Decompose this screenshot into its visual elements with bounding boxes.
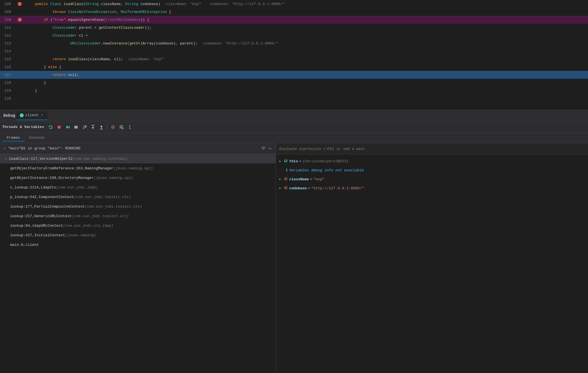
frame-item-1[interactable]: getObjectFactoryFromReference:163, Namin…	[0, 163, 276, 173]
frame-method-5: lookup:177,	[10, 205, 34, 209]
frame-item-9[interactable]: main:6, client	[0, 240, 276, 250]
code-line-118: 118 }	[0, 79, 588, 87]
expand-classname-icon[interactable]: ▶	[279, 177, 284, 181]
frame-package-3: (com.sun.jndi.ldap)	[56, 185, 98, 190]
tab-console[interactable]: Console	[24, 134, 49, 141]
frame-method-2: getObjectInstance:189,	[10, 176, 59, 180]
breakpoint-icon[interactable]	[18, 18, 22, 22]
frame-item-2[interactable]: getObjectInstance:189, DirectoryManager …	[0, 173, 276, 183]
thread-running-icon: ✓	[3, 146, 6, 151]
line-number-112: 112	[0, 33, 15, 38]
frame-method-9: main:6,	[10, 243, 26, 247]
frame-class-8: InitialContext	[34, 233, 65, 237]
frame-method-1: getObjectFactoryFromReference:163,	[10, 166, 85, 170]
evaluate-button[interactable]	[117, 123, 125, 131]
svg-point-23	[285, 187, 286, 188]
run-to-cursor-button[interactable]	[109, 123, 117, 131]
frame-package-6: (com.sun.jndi.toolkit.url)	[72, 214, 129, 218]
breakpoint-exception-icon[interactable]	[18, 2, 22, 6]
expand-codebase-icon[interactable]: ▶	[279, 186, 284, 190]
expand-this-icon[interactable]: ▶	[279, 159, 284, 163]
frame-package-8: (javax.naming)	[65, 233, 96, 237]
var-name-this: this	[289, 159, 298, 163]
frame-item-3[interactable]: c_lookup:1114, LdapCtx (com.sun.jndi.lda…	[0, 183, 276, 192]
filter-icon[interactable]	[261, 146, 266, 151]
variables-list: ▶ this = {VersionHelper12@833} ℹ Variabl…	[276, 154, 588, 373]
var-item-info: ℹ Variables debug info not available	[276, 166, 588, 175]
debug-tabs-bar: Debug client ×	[0, 110, 588, 121]
gutter-108	[15, 2, 24, 6]
svg-point-17	[130, 127, 130, 127]
svg-rect-1	[58, 126, 61, 129]
debug-title: Debug	[2, 113, 15, 118]
svg-marker-2	[66, 126, 69, 129]
frame-method-4: p_lookup:542,	[10, 195, 39, 199]
code-content-118: }	[24, 81, 588, 85]
line-number-111: 111	[0, 26, 15, 30]
frame-method-7: lookup:94,	[10, 224, 32, 228]
more-button[interactable]	[126, 123, 134, 131]
toolbar-sep-1	[107, 124, 107, 130]
step-over-button[interactable]	[81, 123, 88, 131]
code-line-111: 111 ClassLoader parent = getContextClass…	[0, 24, 588, 32]
gutter-110	[15, 18, 24, 22]
debug-info-text: Variables debug info not available	[289, 168, 364, 172]
var-item-this[interactable]: ▶ this = {VersionHelper12@833}	[276, 157, 588, 166]
code-line-115: 115 return loadClass(className, cl);clas…	[0, 55, 588, 63]
var-equals-this: =	[299, 159, 301, 163]
frame-item-7[interactable]: lookup:94, ldapURLContext (com.sun.jndi.…	[0, 221, 276, 230]
frame-item-0[interactable]: ⇒ loadClass:117, VersionHelper12 (com.su…	[0, 154, 276, 163]
svg-point-15	[112, 127, 113, 128]
code-content-116: } else {	[24, 65, 588, 69]
pause-button[interactable]	[72, 123, 80, 131]
code-line-112: 112 ClassLoader cl =	[0, 32, 588, 39]
thread-info: ✓ "main"@1 in group "main": RUNNING	[3, 146, 81, 151]
code-line-110: 110 if ("true".equalsIgnoreCase(trustURL…	[0, 16, 588, 24]
frame-item-4[interactable]: p_lookup:542, ComponentContext (com.sun.…	[0, 192, 276, 202]
thread-name: "main"@1 in group "main": RUNNING	[8, 146, 80, 150]
frame-package-1: (javax.naming.spi)	[113, 166, 153, 170]
frame-class-4: ComponentContext	[39, 195, 74, 199]
line-number-120: 120	[0, 96, 15, 101]
step-into-button[interactable]	[89, 123, 97, 131]
svg-rect-5	[76, 126, 77, 129]
var-value-codebase: "http://127.0.0.1:8000/"	[311, 186, 364, 190]
frame-class-2: DirectoryManager	[59, 176, 94, 180]
stop-button[interactable]	[55, 123, 63, 131]
variables-pane: Evaluate expression (⌥F8) or add a watc …	[276, 143, 588, 373]
chevron-down-icon[interactable]	[268, 146, 272, 151]
var-item-classname[interactable]: ▶ className = "exp"	[276, 175, 588, 184]
frame-method-0: loadClass:117,	[9, 157, 39, 161]
code-content-108: public Class loadClass(String className,…	[24, 2, 588, 6]
step-out-button[interactable]	[97, 123, 105, 131]
frame-item-6[interactable]: lookup:217, GenericURLContext (com.sun.j…	[0, 211, 276, 221]
code-line-116: 116 } else {	[0, 63, 588, 71]
rerun-button[interactable]	[47, 123, 55, 131]
client-tab-label: client	[25, 113, 39, 117]
tab-frames[interactable]: Frames	[2, 134, 24, 141]
code-content-119: }	[24, 89, 588, 93]
var-value-this: {VersionHelper12@833}	[302, 159, 349, 163]
svg-marker-9	[92, 127, 94, 129]
frame-method-3: c_lookup:1114,	[10, 185, 41, 190]
evaluate-bar: Evaluate expression (⌥F8) or add a watc	[276, 143, 588, 154]
line-number-114: 114	[0, 49, 15, 53]
line-number-110: 110	[0, 18, 15, 22]
client-tab-close[interactable]: ×	[40, 113, 44, 118]
tab-client[interactable]: client ×	[16, 111, 47, 120]
frame-package-5: (com.sun.jndi.toolkit.ctx)	[85, 205, 142, 209]
code-line-114: 114	[0, 47, 588, 55]
debug-main-content: ✓ "main"@1 in group "main": RUNNING ⇒ lo…	[0, 143, 588, 373]
code-line-108: 108 public Class loadClass(String classN…	[0, 0, 588, 8]
frame-class-5: PartialCompositeContext	[34, 205, 85, 209]
evaluate-placeholder: Evaluate expression (⌥F8) or add a watc	[279, 147, 365, 151]
frame-item-8[interactable]: lookup:417, InitialContext (javax.naming…	[0, 230, 276, 240]
frame-package-0: (com.sun.naming.internal)	[72, 157, 127, 161]
thread-header: ✓ "main"@1 in group "main": RUNNING	[0, 143, 276, 154]
frame-class-7: ldapURLContext	[32, 224, 63, 228]
resume-button[interactable]	[64, 123, 72, 131]
var-item-codebase[interactable]: ▶ codebase = "http://127.0.0.1:8000/"	[276, 184, 588, 193]
var-name-classname: className	[289, 177, 309, 181]
line-number-115: 115	[0, 57, 15, 61]
frame-item-5[interactable]: lookup:177, PartialCompositeContext (com…	[0, 202, 276, 211]
